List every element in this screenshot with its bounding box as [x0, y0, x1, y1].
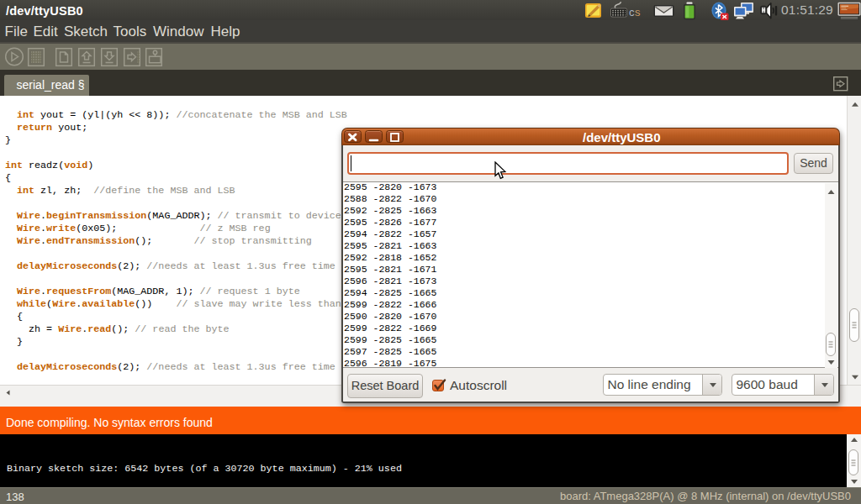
svg-text:s: s [635, 6, 641, 18]
svg-text:c: c [629, 6, 635, 18]
